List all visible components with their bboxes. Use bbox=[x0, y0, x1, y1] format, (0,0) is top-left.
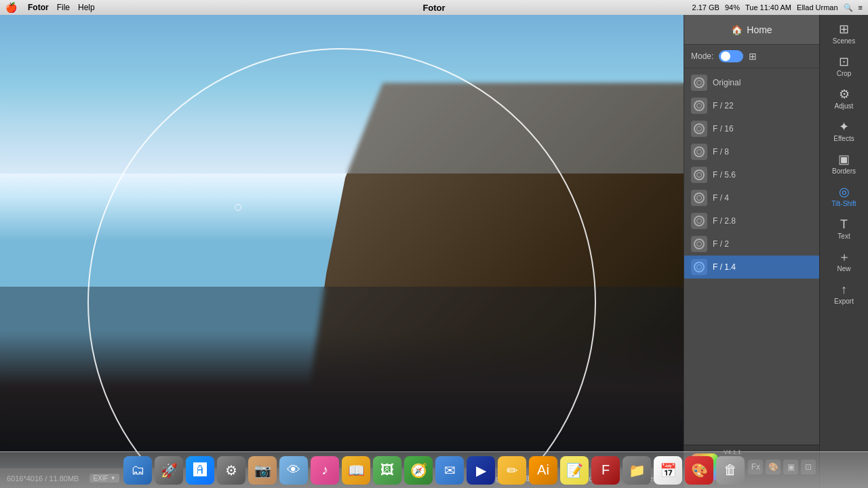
tool-adjust[interactable]: ⚙Adjust bbox=[823, 83, 866, 114]
mode-selector: Mode: ⊞ bbox=[684, 45, 819, 68]
filter-icon-f4 bbox=[691, 190, 707, 206]
dock-item-itunes[interactable]: ♪ bbox=[311, 456, 339, 485]
tool-new[interactable]: ＋New bbox=[823, 245, 866, 277]
tool-icon-text: T bbox=[840, 218, 848, 230]
dock-item-sketch[interactable]: ✏ bbox=[498, 456, 526, 485]
app-menu-fotor[interactable]: Fotor bbox=[28, 3, 49, 12]
filter-item-original[interactable]: Original bbox=[684, 71, 819, 94]
window-title: Fotor bbox=[422, 3, 445, 13]
dock-item-photos[interactable]: 📷 bbox=[248, 456, 277, 485]
filter-icon-f22 bbox=[691, 98, 707, 114]
filter-item-f28[interactable]: F / 2.8 bbox=[684, 209, 819, 232]
dock-item-fotor[interactable]: F bbox=[591, 456, 620, 485]
menu-file[interactable]: File bbox=[57, 3, 70, 12]
tool-label-export: Export bbox=[834, 298, 854, 305]
tool-label-tiltshift: Tilt-Shift bbox=[831, 200, 856, 207]
toggle-track[interactable] bbox=[719, 50, 743, 62]
tool-icon-borders: ▣ bbox=[838, 153, 850, 165]
tool-scenes[interactable]: ⊞Scenes bbox=[823, 18, 866, 49]
filter-item-f8[interactable]: F / 8 bbox=[684, 140, 819, 163]
filter-icon-original bbox=[691, 75, 707, 91]
tool-borders[interactable]: ▣Borders bbox=[823, 148, 866, 179]
menu-help[interactable]: Help bbox=[78, 3, 95, 12]
filter-item-f16[interactable]: F / 16 bbox=[684, 117, 819, 140]
dock-item-launchpad[interactable]: 🚀 bbox=[155, 456, 183, 485]
tools-panel: ⊞Scenes⊡Crop⚙Adjust✦Effects▣Borders◎Tilt… bbox=[819, 15, 868, 488]
filter-item-f56[interactable]: F / 5.6 bbox=[684, 163, 819, 186]
filter-icon-f56 bbox=[691, 167, 707, 183]
dock-item-finder[interactable]: 🗂 bbox=[123, 456, 152, 485]
dock-item-gallery[interactable]: 🖼 bbox=[373, 456, 401, 485]
dock-item-quicktime[interactable]: ▶ bbox=[467, 456, 495, 485]
filter-label-f56: F / 5.6 bbox=[713, 170, 736, 180]
tool-tiltshift[interactable]: ◎Tilt-Shift bbox=[823, 180, 866, 211]
filter-icon-f14 bbox=[691, 259, 707, 275]
tool-label-new: New bbox=[837, 265, 850, 272]
tool-label-borders: Borders bbox=[832, 167, 856, 175]
dock-item-notes[interactable]: 📝 bbox=[560, 456, 589, 485]
filter-label-f16: F / 16 bbox=[713, 124, 734, 134]
dock-item-calendar[interactable]: 📅 bbox=[654, 456, 682, 485]
filter-item-f4[interactable]: F / 4 bbox=[684, 186, 819, 209]
tool-effects[interactable]: ✦Effects bbox=[823, 115, 866, 146]
filter-label-f22: F / 22 bbox=[713, 101, 734, 110]
tool-icon-effects: ✦ bbox=[839, 121, 849, 133]
dock-item-ibooks[interactable]: 📖 bbox=[342, 456, 370, 485]
toggle-thumb bbox=[721, 52, 730, 61]
home-label: Home bbox=[747, 24, 772, 35]
tool-text[interactable]: TText bbox=[823, 213, 866, 244]
filter-item-f14[interactable]: F / 1.4 bbox=[684, 256, 819, 279]
tool-label-effects: Effects bbox=[833, 135, 854, 142]
right-panel: 🏠 Home Mode: ⊞ OriginalF / 22F / 16F / 8… bbox=[684, 15, 819, 488]
username: Ellad Urman bbox=[797, 3, 838, 12]
clock: Tue 11:40 AM bbox=[745, 3, 791, 12]
dock-item-preview[interactable]: 👁 bbox=[279, 456, 308, 485]
filter-label-f8: F / 8 bbox=[713, 147, 729, 157]
dock-item-trash[interactable]: 🗑 bbox=[716, 456, 745, 485]
mode-label: Mode: bbox=[691, 52, 713, 61]
grid-view-icon[interactable]: ⊞ bbox=[749, 51, 757, 62]
dock-item-illustrator[interactable]: Ai bbox=[529, 456, 557, 485]
tool-icon-adjust: ⚙ bbox=[839, 88, 850, 100]
filter-icon-f28 bbox=[691, 213, 707, 229]
dock-item-prefs[interactable]: ⚙ bbox=[217, 456, 245, 485]
tool-crop[interactable]: ⊡Crop bbox=[823, 50, 866, 81]
tool-label-text: Text bbox=[837, 232, 850, 240]
filter-list: OriginalF / 22F / 16F / 8F / 5.6F / 4F /… bbox=[684, 68, 819, 445]
tool-icon-new: ＋ bbox=[838, 251, 850, 263]
filter-label-f28: F / 2.8 bbox=[713, 216, 736, 226]
dock-item-appstore[interactable]: 🅰 bbox=[186, 456, 214, 485]
dock-item-safari[interactable]: 🧭 bbox=[404, 456, 433, 485]
apple-menu[interactable]: 🍎 bbox=[5, 2, 17, 13]
tool-icon-export: ↑ bbox=[841, 283, 847, 296]
tool-icon-crop: ⊡ bbox=[839, 56, 849, 68]
filter-label-original: Original bbox=[713, 78, 741, 87]
memory-indicator: 2.17 GB bbox=[692, 3, 719, 12]
tool-icon-tiltshift: ◎ bbox=[839, 186, 850, 198]
canvas-area: 6016*4016 / 11.80MB EXIF ↰ Left ↱ Right … bbox=[0, 15, 684, 488]
app-window: 6016*4016 / 11.80MB EXIF ↰ Left ↱ Right … bbox=[0, 15, 868, 488]
tool-label-adjust: Adjust bbox=[835, 102, 854, 110]
search-icon[interactable]: 🔍 bbox=[844, 3, 853, 12]
dock: 🗂🚀🅰⚙📷👁♪📖🖼🧭✉▶✏Ai📝F📁📅🎨🗑 bbox=[0, 451, 868, 488]
tool-export[interactable]: ↑Export bbox=[823, 278, 866, 309]
home-icon: 🏠 bbox=[731, 24, 743, 35]
tool-label-crop: Crop bbox=[837, 70, 852, 77]
dock-item-colorpicker[interactable]: 🎨 bbox=[685, 456, 713, 485]
menubar: 🍎 Fotor File Help Fotor 2.17 GB 94% Tue … bbox=[0, 0, 868, 15]
filter-icon-f8 bbox=[691, 144, 707, 160]
filter-label-f2: F / 2 bbox=[713, 239, 729, 249]
dock-item-mail[interactable]: ✉ bbox=[435, 456, 464, 485]
list-icon[interactable]: ≡ bbox=[859, 3, 863, 12]
filter-item-f2[interactable]: F / 2 bbox=[684, 232, 819, 256]
battery-status: 94% bbox=[725, 3, 740, 12]
photo-container[interactable] bbox=[0, 15, 684, 468]
dock-item-findermini[interactable]: 📁 bbox=[623, 456, 651, 485]
home-button[interactable]: 🏠 Home bbox=[684, 15, 819, 45]
filter-icon-f2 bbox=[691, 236, 707, 252]
mode-toggle[interactable] bbox=[719, 50, 743, 62]
photo-foreground bbox=[0, 332, 684, 468]
filter-label-f14: F / 1.4 bbox=[713, 262, 736, 272]
filter-item-f22[interactable]: F / 22 bbox=[684, 94, 819, 117]
menubar-right: 2.17 GB 94% Tue 11:40 AM Ellad Urman 🔍 ≡ bbox=[692, 3, 863, 12]
